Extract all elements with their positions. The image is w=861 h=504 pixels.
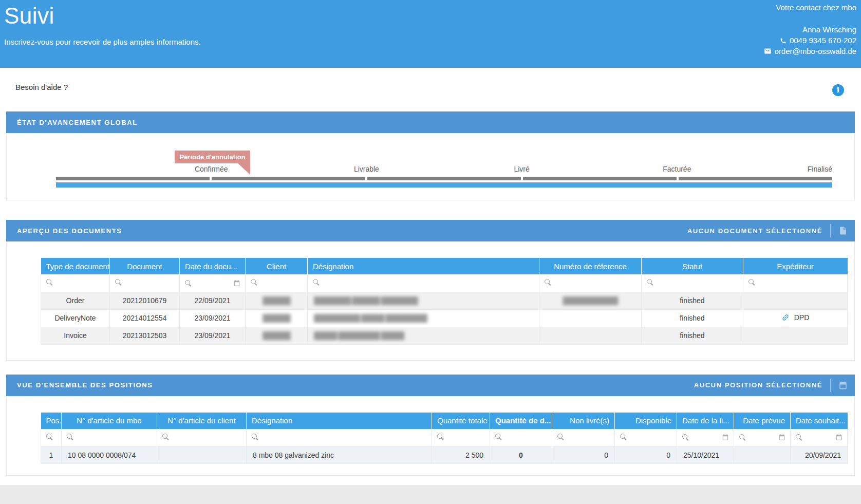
col-pos[interactable]: Pos. [41,413,62,429]
cell-date-livraison[interactable]: 25/10/2021 [677,446,734,464]
cell-disponible[interactable]: 0 [615,446,677,464]
cell-document[interactable]: 20214012554 [110,309,180,327]
filter-date[interactable] [180,274,246,292]
document-row-deliverynote[interactable]: DeliveryNote 20214012554 23/09/2021 ████… [41,309,848,327]
cell-reference: ████████████ [539,292,642,309]
filter-reference[interactable] [539,274,642,292]
search-icon [250,278,257,286]
col-date-prevue[interactable]: Date prévue [734,413,791,429]
app-header: Suivi Inscrivez-vous pour recevoir de pl… [0,0,861,68]
cell-date-prevue[interactable] [734,446,791,464]
calendar-icon[interactable] [838,381,848,390]
col-numero-reference[interactable]: Numéro de réference [539,258,642,274]
col-article-mbo[interactable]: N° d'article du mbo [62,413,157,429]
contact-block: Votre contact chez mbo Anna Wirsching 00… [764,0,856,68]
positions-header-row: Pos. N° d'article du mbo N° d'article du… [41,413,848,429]
contact-email-address: order@mbo-osswald.de [775,47,856,55]
search-icon [162,433,169,440]
document-row-order[interactable]: Order 20212010679 22/09/2021 ██████ ████… [41,292,848,309]
col-date-livraison[interactable]: Date de la li... [677,413,734,429]
cell-statut[interactable]: finished [642,327,743,344]
filter-quantite-totale[interactable] [432,429,490,446]
filter-article-mbo[interactable] [62,429,157,446]
position-row-1[interactable]: 1 10 08 0000 0008/074 8 mbo 08 galvanize… [41,446,848,464]
stage-invoiced: Facturée [663,165,691,173]
filter-disponible[interactable] [615,429,677,446]
cell-date[interactable]: 23/09/2021 [180,327,246,344]
col-article-client[interactable]: N° d'article du client [157,413,247,429]
search-icon [46,433,53,440]
cell-type[interactable]: Invoice [41,327,110,344]
filter-date-livraison[interactable] [677,429,734,446]
search-icon [495,433,502,440]
documents-section: APERÇU DES DOCUMENTS AUCUN DOCUMENT SÉLE… [0,220,861,361]
positions-card: Pos. N° d'article du mbo N° d'article du… [6,396,855,476]
document-icon[interactable] [838,226,848,236]
cell-expediteur[interactable]: DPD [743,309,848,327]
stage-deliverable: Livrable [354,165,379,173]
cell-designation[interactable]: 8 mbo 08 galvanized zinc [247,446,432,464]
filter-article-client[interactable] [157,429,247,446]
page: Suivi Inscrivez-vous pour recevoir de pl… [0,0,861,504]
filter-date-prevue[interactable] [734,429,791,446]
cell-quantite-de-link[interactable]: 0 [490,446,552,464]
col-statut[interactable]: Statut [642,258,743,274]
cell-date[interactable]: 22/09/2021 [180,292,246,309]
contact-email[interactable]: order@mbo-osswald.de [764,46,856,57]
cell-quantite-totale[interactable]: 2 500 [432,446,490,464]
page-title: Suivi [4,3,201,29]
document-row-invoice[interactable]: Invoice 20213012503 23/09/2021 ██████ ██… [41,327,848,344]
col-non-livres[interactable]: Non livré(s) [552,413,615,429]
col-quantite-de[interactable]: Quantité de d... [490,413,552,429]
cell-document[interactable]: 20212010679 [110,292,180,309]
calendar-icon[interactable] [835,434,843,441]
search-icon [646,278,653,286]
filter-expediteur[interactable] [743,274,848,292]
col-quantite-totale[interactable]: Quantité totale [432,413,490,429]
info-icon[interactable]: i [832,84,844,96]
cell-article-mbo[interactable]: 10 08 0000 0008/074 [62,446,157,464]
cell-expediteur[interactable] [743,292,848,309]
cell-article-client[interactable] [157,446,247,464]
cell-document[interactable]: 20213012503 [110,327,180,344]
progress-card: Période d'annulation Confirmée Livrable … [6,133,855,200]
cell-statut[interactable]: finished [642,292,743,309]
cell-date[interactable]: 23/09/2021 [180,309,246,327]
calendar-icon[interactable] [722,434,729,441]
filter-date-souhaitee[interactable] [791,429,848,446]
cell-statut[interactable]: finished [642,309,743,327]
cell-date-souhaitee[interactable]: 20/09/2021 [791,446,848,464]
redacted-text: ██████████ █████ █████████ [314,314,427,322]
filter-designation[interactable] [308,274,539,292]
positions-section: VUE D'ENSEMBLE DES POSITIONS AUCUN POSIT… [0,375,861,476]
filter-client[interactable] [246,274,308,292]
filter-document[interactable] [110,274,180,292]
cell-non-livres[interactable]: 0 [552,446,615,464]
col-document[interactable]: Document [110,258,180,274]
filter-designation[interactable] [247,429,432,446]
col-type-de-document[interactable]: Type de document [41,258,110,274]
redacted-text: ██████ [263,331,290,340]
col-designation[interactable]: Désignation [308,258,539,274]
cell-pos[interactable]: 1 [41,446,62,464]
col-date-du-document[interactable]: Date du docu... [180,258,246,274]
cell-expediteur[interactable] [743,327,848,344]
contact-phone[interactable]: 0049 9345 670-202 [764,35,856,46]
filter-quantite-de[interactable] [490,429,552,446]
col-designation[interactable]: Désignation [247,413,432,429]
calendar-icon[interactable] [778,434,785,441]
filter-type[interactable] [41,274,110,292]
search-icon [748,278,755,286]
col-disponible[interactable]: Disponible [615,413,677,429]
calendar-icon[interactable] [233,279,240,287]
cell-type[interactable]: Order [41,292,110,309]
col-expediteur[interactable]: Expéditeur [743,258,848,274]
track-segment [56,177,210,180]
col-date-souhaitee[interactable]: Date souhait... [791,413,848,429]
cell-type[interactable]: DeliveryNote [41,309,110,327]
tracking-link[interactable]: DPD [781,313,810,322]
filter-non-livres[interactable] [552,429,615,446]
col-client[interactable]: Client [246,258,308,274]
filter-statut[interactable] [642,274,743,292]
filter-pos[interactable] [41,429,62,446]
